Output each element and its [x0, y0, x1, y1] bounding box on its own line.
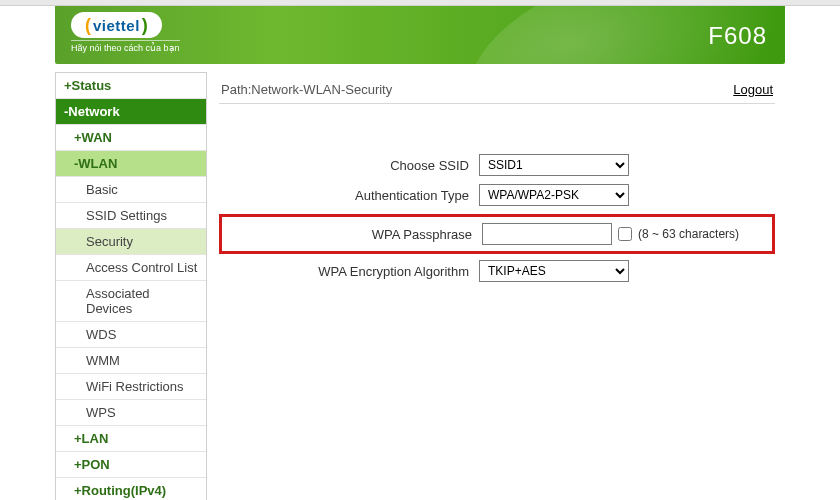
sidebar-item-wan[interactable]: +WAN: [56, 125, 206, 151]
select-wpa-algorithm[interactable]: TKIP+AES: [479, 260, 629, 282]
sidebar-item-basic[interactable]: Basic: [56, 177, 206, 203]
logout-link[interactable]: Logout: [733, 82, 773, 97]
select-choose-ssid[interactable]: SSID1: [479, 154, 629, 176]
row-wpa-passphrase: WPA Passphrase (8 ~ 63 characters): [219, 214, 775, 254]
sidebar-item-wmm[interactable]: WMM: [56, 348, 206, 374]
sidebar-item-wlan[interactable]: -WLAN: [56, 151, 206, 177]
sidebar-item-pon[interactable]: +PON: [56, 452, 206, 478]
label-auth-type: Authentication Type: [219, 188, 479, 203]
form-area: Choose SSID SSID1 Authentication Type WP…: [219, 154, 775, 282]
row-choose-ssid: Choose SSID SSID1: [219, 154, 775, 176]
brand-logo: viettel: [71, 12, 162, 38]
label-choose-ssid: Choose SSID: [219, 158, 479, 173]
sidebar-item-wifi-restrictions[interactable]: WiFi Restrictions: [56, 374, 206, 400]
main-content: Path:Network-WLAN-Security Logout Choose…: [207, 72, 785, 500]
breadcrumb: Path:Network-WLAN-Security: [221, 82, 392, 97]
hint-passphrase: (8 ~ 63 characters): [638, 227, 739, 241]
sidebar-item-wds[interactable]: WDS: [56, 322, 206, 348]
sidebar-item-lan[interactable]: +LAN: [56, 426, 206, 452]
breadcrumb-prefix: Path:: [221, 82, 251, 97]
label-wpa-algorithm: WPA Encryption Algorithm: [219, 264, 479, 279]
input-wpa-passphrase[interactable]: [482, 223, 612, 245]
row-wpa-algorithm: WPA Encryption Algorithm TKIP+AES: [219, 260, 775, 282]
sidebar-item-associated-devices[interactable]: Associated Devices: [56, 281, 206, 322]
checkbox-show-passphrase[interactable]: [618, 227, 632, 241]
brand-text: viettel: [93, 17, 140, 34]
brand-tagline: Hãy nói theo cách của bạn: [71, 40, 180, 53]
sidebar-item-network[interactable]: -Network: [56, 99, 206, 125]
breadcrumb-row: Path:Network-WLAN-Security Logout: [219, 78, 775, 104]
sidebar-item-security[interactable]: Security: [56, 229, 206, 255]
page: viettel Hãy nói theo cách của bạn F608 +…: [0, 0, 840, 500]
select-auth-type[interactable]: WPA/WPA2-PSK: [479, 184, 629, 206]
sidebar: +Status -Network +WAN -WLAN Basic SSID S…: [55, 72, 207, 500]
sidebar-item-ssid-settings[interactable]: SSID Settings: [56, 203, 206, 229]
sidebar-item-status[interactable]: +Status: [56, 73, 206, 99]
model-label: F608: [708, 22, 767, 50]
header-banner: viettel Hãy nói theo cách của bạn F608: [55, 6, 785, 64]
sidebar-item-wps[interactable]: WPS: [56, 400, 206, 426]
sidebar-item-acl[interactable]: Access Control List: [56, 255, 206, 281]
body: +Status -Network +WAN -WLAN Basic SSID S…: [55, 72, 785, 500]
row-auth-type: Authentication Type WPA/WPA2-PSK: [219, 184, 775, 206]
label-wpa-passphrase: WPA Passphrase: [222, 227, 482, 242]
logo-area: viettel Hãy nói theo cách của bạn: [71, 12, 180, 53]
sidebar-item-routing-ipv4[interactable]: +Routing(IPv4): [56, 478, 206, 500]
breadcrumb-path: Network-WLAN-Security: [251, 82, 392, 97]
